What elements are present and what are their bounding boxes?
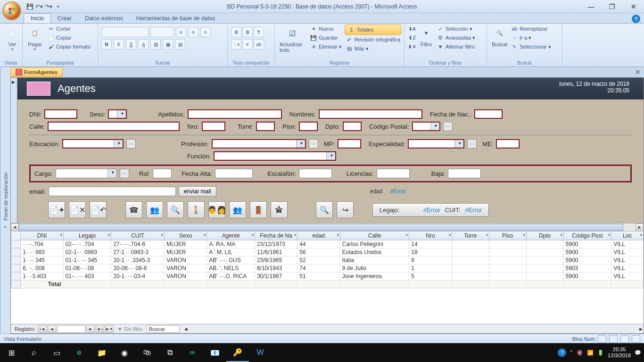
start-button[interactable]: ⊞ [0,343,23,362]
nav-next-button[interactable]: ► [86,325,95,333]
column-header[interactable]: Nro▾ [409,231,452,240]
form-view-button[interactable] [598,335,606,343]
column-header[interactable]: Torre▾ [452,231,489,240]
educacion-more-button[interactable]: ⋯ [126,139,136,148]
tray-up-icon[interactable]: ˄ [570,350,573,356]
store-icon[interactable]: 🛍 [136,343,158,362]
gridlines-button[interactable]: ▦ [163,39,173,49]
form-h-scrollbar[interactable]: ◄► [11,223,644,231]
input-torre[interactable] [256,122,275,131]
input-nombres[interactable] [319,109,422,119]
avanzadas-button[interactable]: ⚙Avanzadas ▾ [436,33,476,42]
column-header[interactable]: Dpto▾ [526,231,563,240]
cortar-button[interactable]: ✂Cortar [46,25,91,33]
minimize-button[interactable]: — [580,0,602,13]
tab-datos-externos[interactable]: Datos externos [78,14,130,23]
chrome-icon[interactable]: ◉ [113,343,136,362]
mas-button[interactable]: ▤Más ▾ [345,44,401,53]
delete-record-button[interactable]: 📄✕ [69,201,86,218]
office-button[interactable] [2,1,21,20]
column-header[interactable]: Loc▾ [611,231,644,240]
maximize-button[interactable]: ❐ [602,0,623,13]
nav-prev-button[interactable]: ◄ [48,325,56,333]
column-header[interactable]: Fecha de Na▾ [255,231,297,240]
input-dpto[interactable] [343,122,362,131]
group-button[interactable]: 👨‍👩 [208,201,225,218]
sort-desc-button[interactable]: ⬇Z [407,33,417,42]
profesion-more-button[interactable]: ⋯ [309,139,318,148]
close-tab-button[interactable]: ✕ [634,68,642,76]
input-mp[interactable] [338,139,361,148]
totales-button[interactable]: ΣTotales [345,25,401,35]
clear-sort-button[interactable]: ⬇✕ [407,42,417,51]
column-header[interactable]: edad▾ [297,231,340,240]
input-nro[interactable] [202,122,225,131]
bold-button[interactable]: N [101,39,112,49]
road-button[interactable]: 🛣 [271,201,288,218]
column-header[interactable]: Código Post▾ [563,231,611,240]
nav-first-button[interactable]: I◄ [38,325,47,333]
form-tab-agentes[interactable]: FormAgentes [10,67,63,77]
italic-button[interactable]: K [114,39,124,49]
table-row[interactable]: 1· ··3.40301-·. ··· 40320-1· ····03-4VAR… [11,272,644,280]
undo-icon[interactable]: ↶▾ [35,3,43,10]
cp-more-button[interactable]: ⋯ [443,122,453,131]
access-icon[interactable]: 🔑 [226,343,249,362]
input-me[interactable] [496,139,520,148]
table-row[interactable]: 6. ··. 00801-06·· ·.0820-06···· 08-8VARO… [11,264,644,272]
layout-view-button[interactable] [620,335,629,343]
eliminar-button[interactable]: ✕Eliminar ▾ [309,42,343,51]
people-button[interactable]: 👥 [229,201,246,218]
save-record-button[interactable]: 📄↶ [90,201,107,218]
new-record-button[interactable]: 📄✦ [48,201,65,218]
input-apellidos[interactable] [188,109,282,119]
hscroll-left[interactable]: ◄ [183,326,189,332]
combo-educacion[interactable] [62,139,124,148]
column-header[interactable]: Sexo▾ [165,231,207,240]
copiar-button[interactable]: 📄Copiar [46,33,91,42]
alt-row-button[interactable]: ▤ [175,39,185,49]
revision-button[interactable]: ✔Revisión ortográfica [345,35,401,44]
filter-indicator[interactable]: ▼ Sin filtro [115,326,146,332]
dropbox-icon[interactable]: ⧉ [158,343,181,362]
align-left-button[interactable]: ≡ [176,27,186,37]
pegar-button[interactable]: 📋Pegar▾ [25,25,44,52]
column-header[interactable]: Calle▾ [340,231,409,240]
ira-button[interactable]: →Ir a ▾ [510,33,552,42]
search-icon[interactable]: ⌕ [23,343,45,362]
hscroll-right[interactable]: ► [638,326,644,332]
seleccionar-button[interactable]: ↖Seleccionar ▾ [510,42,552,51]
alternar-button[interactable]: ▼Alternar filtro [436,42,476,51]
tab-herramientas[interactable]: Herramientas de base de datos [130,14,222,23]
combo-cp[interactable] [412,122,440,131]
search-box[interactable]: Buscar [147,325,180,333]
especialidad-more-button[interactable]: ⋯ [467,139,477,148]
owa-icon[interactable]: 📧 [204,343,226,362]
input-calle[interactable] [48,122,180,131]
align-right-button[interactable]: ≡ [200,27,211,37]
tray-wifi-icon[interactable]: 📶 [587,350,594,356]
input-email[interactable] [49,187,176,196]
person-button[interactable]: 🚶 [188,201,205,218]
reemplazar-button[interactable]: abReemplazar [510,25,552,33]
send-mail-button[interactable]: enviar mail [179,186,216,197]
guardar-button[interactable]: 💾Guardar [309,33,343,42]
close-form-button[interactable]: ↪ [337,201,354,218]
underline-button[interactable]: S [126,39,136,49]
column-header[interactable]: Agente▾ [207,231,255,240]
actualizar-button[interactable]: 🔄Actualizar todo [278,25,307,54]
clock[interactable]: 20:3512/3/2018 [608,346,631,359]
input-licencias[interactable] [377,169,410,178]
close-button[interactable]: ✕ [623,0,644,13]
explorer-icon[interactable]: 📁 [91,343,113,362]
column-header[interactable]: DNI▾ [21,231,63,240]
bullets-button[interactable]: ⋮≡ [231,39,241,49]
notifications-icon[interactable]: 💬 [635,350,641,356]
record-selector[interactable] [11,78,17,223]
nuevo-button[interactable]: ✦Nuevo [309,25,343,33]
decrease-indent-button[interactable]: ≣ [231,27,241,37]
tray-speaker-icon[interactable]: 🔇 [577,350,583,356]
taskview-icon[interactable]: ▭ [45,343,68,362]
column-header[interactable]: CUIT▾ [111,231,165,240]
word-icon[interactable]: W [249,343,272,362]
